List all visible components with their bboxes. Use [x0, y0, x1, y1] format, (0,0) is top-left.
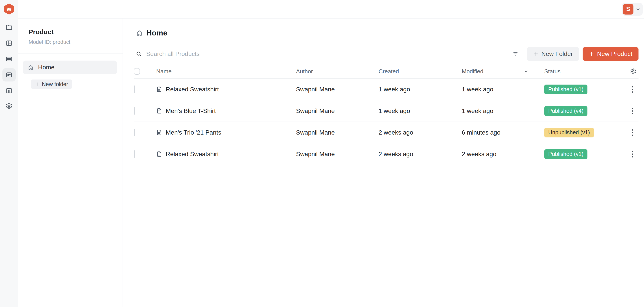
filter-button[interactable]: [512, 51, 518, 57]
author-cell: Swapnil Mane: [296, 151, 378, 158]
app-rail: w: [0, 0, 18, 307]
status-badge: Published (v4): [544, 106, 588, 116]
status-badge: Published (v1): [544, 85, 588, 94]
status-badge: Unpublished (v1): [544, 128, 594, 137]
rail-item-headless-cms[interactable]: [2, 68, 16, 82]
table-row: Men's Trio '21 Pants Swapnil Mane 2 week…: [134, 122, 638, 143]
new-folder-button[interactable]: New Folder: [527, 47, 579, 61]
modified-cell: 1 week ago: [462, 86, 544, 93]
rail-item-layout[interactable]: [2, 37, 16, 50]
search-input[interactable]: [146, 51, 512, 58]
home-icon: [28, 65, 34, 71]
main-content: Home New Folder: [123, 19, 644, 307]
layout-icon: [6, 40, 12, 47]
column-header-name[interactable]: Name: [156, 68, 296, 75]
rail-item-settings[interactable]: [2, 99, 16, 112]
plus-icon: [35, 82, 40, 87]
created-cell: 1 week ago: [378, 86, 462, 93]
rail-divider: [3, 18, 16, 18]
author-cell: Swapnil Mane: [296, 129, 378, 136]
product-name-cell[interactable]: Men's Trio '21 Pants: [156, 129, 296, 136]
column-header-status[interactable]: Status: [544, 68, 628, 75]
column-header-created[interactable]: Created: [378, 68, 462, 75]
row-checkbox[interactable]: [134, 86, 135, 93]
rail-item-file-manager[interactable]: [2, 21, 16, 34]
page-heading: Home: [136, 29, 638, 37]
row-actions-menu-button[interactable]: [628, 84, 637, 95]
select-all-checkbox[interactable]: [134, 68, 140, 75]
row-actions-menu-button[interactable]: [628, 127, 637, 138]
product-name-cell[interactable]: Relaxed Sweatshirt: [156, 151, 296, 158]
table-body: Relaxed Sweatshirt Swapnil Mane 1 week a…: [134, 79, 638, 165]
row-checkbox[interactable]: [134, 107, 135, 115]
author-cell: Swapnil Mane: [296, 108, 378, 115]
top-bar: S: [18, 0, 644, 19]
row-actions-menu-button[interactable]: [628, 106, 637, 116]
sort-chevron-down-icon[interactable]: [524, 69, 529, 74]
home-icon: [136, 30, 142, 36]
page-title: Home: [146, 29, 167, 37]
content-entries-icon: [6, 72, 12, 78]
settings-gear-icon: [6, 102, 12, 109]
model-header: Product Model ID: product: [18, 19, 122, 54]
product-name-cell[interactable]: Men's Blue T-Shirt: [156, 108, 296, 115]
product-name-cell[interactable]: Relaxed Sweatshirt: [156, 86, 296, 93]
rail-item-page-builder[interactable]: [2, 52, 16, 66]
model-id-label: Model ID: product: [28, 39, 112, 45]
toolbar-actions: New Folder New Product: [512, 47, 638, 61]
modified-cell: 2 weeks ago: [462, 151, 544, 158]
chevron-down-icon: [636, 7, 640, 12]
account-menu[interactable]: S: [622, 3, 643, 16]
products-table: Name Author Created Modified Status: [134, 64, 638, 165]
table-header-row: Name Author Created Modified Status: [134, 64, 638, 79]
model-title: Product: [28, 28, 112, 36]
table-icon: [6, 87, 12, 94]
row-checkbox[interactable]: [134, 129, 135, 136]
plus-icon: [533, 51, 539, 57]
document-icon: [156, 130, 162, 135]
webiny-logo-icon[interactable]: w: [3, 4, 15, 15]
search-group: [136, 51, 512, 58]
document-icon: [156, 86, 162, 92]
product-name: Men's Blue T-Shirt: [166, 108, 216, 115]
sidebar-new-folder-button[interactable]: New folder: [31, 80, 72, 89]
svg-text:w: w: [6, 6, 12, 12]
avatar: S: [623, 4, 634, 15]
new-folder-button-label: New Folder: [542, 51, 573, 58]
new-product-button-label: New Product: [597, 51, 632, 58]
search-icon: [136, 51, 142, 57]
folder-icon: [6, 24, 12, 31]
plus-icon: [589, 51, 594, 57]
modified-cell: 6 minutes ago: [462, 129, 544, 136]
status-badge: Published (v1): [544, 149, 588, 159]
sidebar-new-folder-label: New folder: [42, 81, 68, 87]
model-sidebar: Product Model ID: product Home New folde…: [18, 19, 123, 307]
modified-cell: 1 week ago: [462, 108, 544, 115]
sidebar-item-home[interactable]: Home: [23, 61, 117, 74]
toolbar: New Folder New Product: [136, 47, 638, 61]
rail-item-publishing-workflows[interactable]: [2, 84, 16, 97]
column-header-modified[interactable]: Modified: [462, 68, 544, 75]
table-row: Relaxed Sweatshirt Swapnil Mane 2 weeks …: [134, 143, 638, 165]
created-cell: 1 week ago: [378, 108, 462, 115]
product-name: Relaxed Sweatshirt: [166, 86, 219, 93]
filter-icon: [512, 51, 518, 57]
created-cell: 2 weeks ago: [378, 129, 462, 136]
page-builder-icon: [6, 56, 12, 62]
column-header-author[interactable]: Author: [296, 68, 378, 75]
table-row: Relaxed Sweatshirt Swapnil Mane 1 week a…: [134, 79, 638, 100]
settings-gear-icon: [630, 68, 636, 75]
author-cell: Swapnil Mane: [296, 86, 378, 93]
new-product-button[interactable]: New Product: [582, 47, 638, 61]
sidebar-item-home-label: Home: [38, 64, 54, 71]
row-checkbox[interactable]: [134, 150, 135, 158]
product-name: Relaxed Sweatshirt: [166, 151, 219, 158]
table-settings-button[interactable]: [628, 68, 638, 75]
created-cell: 2 weeks ago: [378, 151, 462, 158]
document-icon: [156, 108, 162, 114]
row-actions-menu-button[interactable]: [628, 149, 637, 159]
product-name: Men's Trio '21 Pants: [166, 129, 221, 136]
document-icon: [156, 151, 162, 157]
table-row: Men's Blue T-Shirt Swapnil Mane 1 week a…: [134, 100, 638, 122]
